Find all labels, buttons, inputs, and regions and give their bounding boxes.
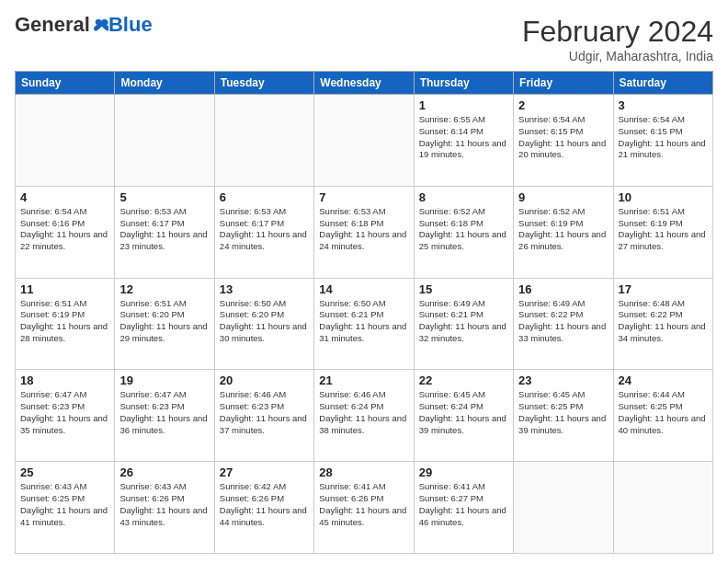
day-info: Sunrise: 6:42 AM Sunset: 6:26 PM Dayligh… — [220, 481, 309, 528]
day-info: Sunrise: 6:53 AM Sunset: 6:17 PM Dayligh… — [220, 206, 309, 253]
day-number: 25 — [20, 465, 109, 479]
logo-blue: Blue — [108, 15, 153, 35]
page: General Blue February 2024 Udgir, Mahara… — [0, 0, 728, 563]
day-info: Sunrise: 6:54 AM Sunset: 6:15 PM Dayligh… — [619, 114, 708, 161]
table-row — [613, 462, 712, 554]
table-row — [16, 95, 115, 187]
day-info: Sunrise: 6:53 AM Sunset: 6:18 PM Dayligh… — [319, 206, 408, 253]
day-number: 17 — [619, 282, 708, 296]
day-info: Sunrise: 6:53 AM Sunset: 6:17 PM Dayligh… — [119, 206, 209, 253]
day-number: 14 — [319, 282, 408, 296]
day-number: 2 — [518, 98, 608, 112]
day-number: 7 — [319, 190, 408, 204]
day-number: 28 — [319, 465, 408, 479]
day-info: Sunrise: 6:41 AM Sunset: 6:27 PM Dayligh… — [419, 481, 508, 528]
col-monday: Monday — [115, 72, 214, 95]
day-number: 11 — [20, 282, 109, 296]
day-number: 6 — [220, 190, 309, 204]
table-row — [214, 95, 313, 187]
table-row: 20Sunrise: 6:46 AM Sunset: 6:23 PM Dayli… — [214, 370, 313, 462]
table-row: 1Sunrise: 6:55 AM Sunset: 6:14 PM Daylig… — [414, 95, 513, 187]
day-info: Sunrise: 6:55 AM Sunset: 6:14 PM Dayligh… — [419, 114, 508, 161]
day-info: Sunrise: 6:51 AM Sunset: 6:19 PM Dayligh… — [20, 298, 109, 345]
day-number: 16 — [518, 282, 608, 296]
day-number: 5 — [119, 190, 209, 204]
day-info: Sunrise: 6:44 AM Sunset: 6:25 PM Dayligh… — [619, 389, 708, 436]
day-info: Sunrise: 6:50 AM Sunset: 6:21 PM Dayligh… — [319, 298, 408, 345]
table-row: 27Sunrise: 6:42 AM Sunset: 6:26 PM Dayli… — [214, 462, 313, 554]
table-row: 18Sunrise: 6:47 AM Sunset: 6:23 PM Dayli… — [16, 370, 115, 462]
day-info: Sunrise: 6:54 AM Sunset: 6:16 PM Dayligh… — [20, 206, 109, 253]
col-thursday: Thursday — [414, 72, 513, 95]
table-row: 13Sunrise: 6:50 AM Sunset: 6:20 PM Dayli… — [214, 278, 313, 370]
table-row: 25Sunrise: 6:43 AM Sunset: 6:25 PM Dayli… — [16, 462, 115, 554]
day-number: 27 — [220, 465, 309, 479]
day-info: Sunrise: 6:45 AM Sunset: 6:25 PM Dayligh… — [518, 389, 608, 436]
table-row: 11Sunrise: 6:51 AM Sunset: 6:19 PM Dayli… — [16, 278, 115, 370]
day-info: Sunrise: 6:49 AM Sunset: 6:21 PM Dayligh… — [419, 298, 508, 345]
day-number: 10 — [619, 190, 708, 204]
calendar-header-row: Sunday Monday Tuesday Wednesday Thursday… — [16, 72, 713, 95]
calendar-week-row: 4Sunrise: 6:54 AM Sunset: 6:16 PM Daylig… — [16, 186, 713, 278]
day-number: 8 — [419, 190, 508, 204]
day-info: Sunrise: 6:52 AM Sunset: 6:19 PM Dayligh… — [518, 206, 608, 253]
day-number: 1 — [419, 98, 508, 112]
table-row: 24Sunrise: 6:44 AM Sunset: 6:25 PM Dayli… — [613, 370, 712, 462]
table-row: 26Sunrise: 6:43 AM Sunset: 6:26 PM Dayli… — [115, 462, 214, 554]
table-row — [115, 95, 214, 187]
logo-general: General — [15, 15, 90, 35]
header: General Blue February 2024 Udgir, Mahara… — [15, 15, 713, 63]
day-info: Sunrise: 6:49 AM Sunset: 6:22 PM Dayligh… — [518, 298, 608, 345]
table-row: 15Sunrise: 6:49 AM Sunset: 6:21 PM Dayli… — [414, 278, 513, 370]
table-row: 29Sunrise: 6:41 AM Sunset: 6:27 PM Dayli… — [414, 462, 513, 554]
calendar-week-row: 11Sunrise: 6:51 AM Sunset: 6:19 PM Dayli… — [16, 278, 713, 370]
day-info: Sunrise: 6:41 AM Sunset: 6:26 PM Dayligh… — [319, 481, 408, 528]
col-saturday: Saturday — [613, 72, 712, 95]
day-number: 23 — [518, 373, 608, 387]
day-info: Sunrise: 6:46 AM Sunset: 6:24 PM Dayligh… — [319, 389, 408, 436]
table-row — [314, 95, 414, 187]
table-row — [514, 462, 613, 554]
day-number: 12 — [119, 282, 209, 296]
logo-text: General Blue — [15, 15, 153, 35]
day-info: Sunrise: 6:52 AM Sunset: 6:18 PM Dayligh… — [419, 206, 508, 253]
day-number: 29 — [419, 465, 508, 479]
table-row: 12Sunrise: 6:51 AM Sunset: 6:20 PM Dayli… — [115, 278, 214, 370]
day-number: 21 — [319, 373, 408, 387]
day-info: Sunrise: 6:43 AM Sunset: 6:26 PM Dayligh… — [119, 481, 209, 528]
day-number: 26 — [119, 465, 209, 479]
table-row: 10Sunrise: 6:51 AM Sunset: 6:19 PM Dayli… — [613, 186, 712, 278]
day-info: Sunrise: 6:51 AM Sunset: 6:19 PM Dayligh… — [619, 206, 708, 253]
day-info: Sunrise: 6:46 AM Sunset: 6:23 PM Dayligh… — [220, 389, 309, 436]
table-row: 23Sunrise: 6:45 AM Sunset: 6:25 PM Dayli… — [514, 370, 613, 462]
calendar-week-row: 25Sunrise: 6:43 AM Sunset: 6:25 PM Dayli… — [16, 462, 713, 554]
table-row: 22Sunrise: 6:45 AM Sunset: 6:24 PM Dayli… — [414, 370, 513, 462]
day-number: 24 — [619, 373, 708, 387]
day-number: 20 — [220, 373, 309, 387]
day-number: 3 — [619, 98, 708, 112]
col-tuesday: Tuesday — [214, 72, 313, 95]
table-row: 14Sunrise: 6:50 AM Sunset: 6:21 PM Dayli… — [314, 278, 414, 370]
day-info: Sunrise: 6:48 AM Sunset: 6:22 PM Dayligh… — [619, 298, 708, 345]
col-wednesday: Wednesday — [314, 72, 414, 95]
logo: General Blue — [15, 15, 153, 35]
day-number: 4 — [20, 190, 109, 204]
table-row: 8Sunrise: 6:52 AM Sunset: 6:18 PM Daylig… — [414, 186, 513, 278]
day-info: Sunrise: 6:45 AM Sunset: 6:24 PM Dayligh… — [419, 389, 508, 436]
calendar-title: February 2024 — [522, 15, 713, 49]
day-number: 22 — [419, 373, 508, 387]
table-row: 4Sunrise: 6:54 AM Sunset: 6:16 PM Daylig… — [16, 186, 115, 278]
calendar-week-row: 1Sunrise: 6:55 AM Sunset: 6:14 PM Daylig… — [16, 95, 713, 187]
table-row: 3Sunrise: 6:54 AM Sunset: 6:15 PM Daylig… — [613, 95, 712, 187]
day-info: Sunrise: 6:43 AM Sunset: 6:25 PM Dayligh… — [20, 481, 109, 528]
calendar-week-row: 18Sunrise: 6:47 AM Sunset: 6:23 PM Dayli… — [16, 370, 713, 462]
day-number: 9 — [518, 190, 608, 204]
col-sunday: Sunday — [16, 72, 115, 95]
table-row: 28Sunrise: 6:41 AM Sunset: 6:26 PM Dayli… — [314, 462, 414, 554]
table-row: 5Sunrise: 6:53 AM Sunset: 6:17 PM Daylig… — [115, 186, 214, 278]
table-row: 7Sunrise: 6:53 AM Sunset: 6:18 PM Daylig… — [314, 186, 414, 278]
calendar-table: Sunday Monday Tuesday Wednesday Thursday… — [15, 71, 713, 554]
table-row: 2Sunrise: 6:54 AM Sunset: 6:15 PM Daylig… — [514, 95, 613, 187]
table-row: 19Sunrise: 6:47 AM Sunset: 6:23 PM Dayli… — [115, 370, 214, 462]
day-info: Sunrise: 6:51 AM Sunset: 6:20 PM Dayligh… — [119, 298, 209, 345]
